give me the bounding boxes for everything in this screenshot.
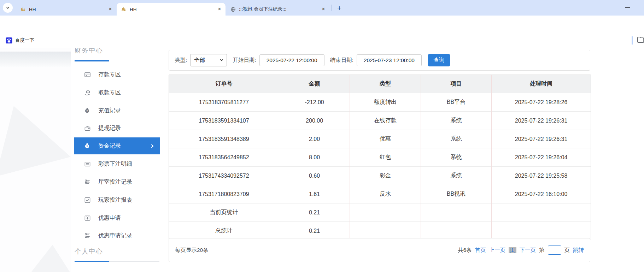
current-page-indicator[interactable]: [1] bbox=[509, 247, 516, 253]
minimize-icon bbox=[625, 7, 630, 8]
prev-page-link[interactable]: 上一页 bbox=[489, 247, 506, 254]
sidebar-item-promo-apply-records[interactable]: 优惠申请记录 bbox=[74, 227, 160, 244]
sidebar-item-label: 优惠申请 bbox=[98, 214, 121, 222]
tab-divider bbox=[332, 5, 332, 11]
chevron-right-icon bbox=[148, 144, 156, 148]
column-header: 订单号 bbox=[169, 75, 279, 93]
bookmark-baidu[interactable]: 百度一下 bbox=[4, 36, 36, 45]
table-cell: BB视讯 bbox=[421, 185, 491, 203]
table-cell: 8.00 bbox=[279, 148, 350, 167]
table-cell bbox=[350, 222, 421, 240]
column-header: 处理时间 bbox=[492, 75, 591, 93]
column-header: 项目 bbox=[421, 75, 491, 93]
table-cell: 2025-07-22 16:10:00 bbox=[492, 185, 591, 203]
table-cell: 系统 bbox=[421, 130, 491, 148]
sidebar-section-finance-title: 财务中心 bbox=[75, 48, 103, 55]
minimize-button[interactable] bbox=[619, 3, 636, 13]
table-cell: 1753183564249852 bbox=[169, 148, 279, 167]
chevron-down-icon bbox=[219, 58, 224, 62]
decor-band bbox=[0, 52, 71, 67]
sidebar-item-lottery-bet-details[interactable]: 彩票下注明细 bbox=[74, 155, 160, 172]
tab-hh-2[interactable]: HH× bbox=[117, 3, 226, 16]
sidebar-item-deposit-zone[interactable]: 存款专区 bbox=[74, 66, 160, 83]
start-date-input[interactable] bbox=[259, 54, 324, 66]
sidebar-item-player-bet-report[interactable]: 玩家投注报表 bbox=[74, 191, 160, 208]
tab-video-records[interactable]: :::视讯 会员下注纪录:::× bbox=[226, 3, 329, 16]
end-date-label: 结束日期: bbox=[330, 57, 353, 64]
table-cell: 1753183591348389 bbox=[169, 130, 279, 148]
type-select[interactable]: 全部 bbox=[190, 54, 227, 66]
table-cell: 总统计 bbox=[169, 222, 279, 240]
bookmarks-divider bbox=[632, 36, 633, 45]
sidebar-item-label: 提现记录 bbox=[98, 125, 121, 132]
browser-window: HH×HH×:::视讯 会员下注纪录:::× + bbox=[0, 0, 644, 272]
table-cell: 0.21 bbox=[279, 203, 350, 222]
globe-icon bbox=[230, 7, 236, 12]
tab-close-icon[interactable]: × bbox=[107, 6, 113, 12]
sidebar-item-withdraw-zone[interactable]: 取款专区 bbox=[74, 84, 160, 101]
page-content: 财务中心 存款专区取款专区¥充值记录提现记录¥资金记录彩票下注明细厅室投注记录玩… bbox=[0, 48, 644, 272]
tab-title: HH bbox=[29, 7, 104, 12]
table-cell: 红包 bbox=[350, 148, 421, 167]
table-cell: 2025-07-22 19:28:26 bbox=[492, 93, 591, 112]
table-cell: 2.00 bbox=[279, 130, 350, 148]
table-cell: 0.60 bbox=[279, 167, 350, 185]
sidebar-item-hall-bet-records[interactable]: 厅室投注记录 bbox=[74, 173, 160, 190]
table-cell: 2025-07-22 19:26:31 bbox=[492, 112, 591, 130]
sidebar-item-promo-apply[interactable]: 优惠申请 bbox=[74, 209, 160, 226]
pagination-controls: 共6条 首页 上一页 [1] 下一页 第 页 跳转 bbox=[458, 246, 584, 255]
jump-button[interactable]: 跳转 bbox=[573, 247, 584, 254]
wallet-icon bbox=[84, 125, 91, 132]
ticket-list-icon bbox=[84, 161, 91, 167]
bookmarks-folder-icon[interactable] bbox=[637, 36, 644, 44]
table-cell bbox=[421, 203, 491, 222]
jump-page-input[interactable] bbox=[548, 246, 561, 255]
summary-row: 当前页统计0.21 bbox=[169, 203, 591, 222]
tab-title: :::视讯 会员下注纪录::: bbox=[239, 6, 317, 12]
table-cell: 0.21 bbox=[279, 222, 350, 240]
table-cell: 2025-07-22 19:25:58 bbox=[492, 167, 591, 185]
first-page-link[interactable]: 首页 bbox=[475, 247, 486, 254]
tab-hh-1[interactable]: HH× bbox=[16, 3, 116, 16]
table-cell bbox=[350, 203, 421, 222]
sidebar-item-recharge-records[interactable]: ¥充值记录 bbox=[74, 102, 160, 119]
sidebar-item-label: 存款专区 bbox=[98, 71, 121, 78]
table-header-row: 订单号金额类型项目处理时间 bbox=[169, 75, 591, 93]
table-cell: BB平台 bbox=[421, 93, 491, 112]
table-cell: 系统 bbox=[421, 112, 491, 130]
table-cell: 1753174334092572 bbox=[169, 167, 279, 185]
table-cell: 反水 bbox=[350, 185, 421, 203]
table-cell: 系统 bbox=[421, 148, 491, 167]
sidebar-item-withdraw-records[interactable]: 提现记录 bbox=[74, 120, 160, 137]
decor-triangle bbox=[0, 106, 71, 177]
table-row: 17531743340925720.60彩金系统2025-07-22 19:25… bbox=[169, 167, 591, 185]
promo-icon bbox=[84, 215, 91, 221]
column-header: 金额 bbox=[279, 75, 350, 93]
tab-search-button[interactable] bbox=[3, 3, 13, 13]
table-cell: 1753171800823709 bbox=[169, 185, 279, 203]
table-cell: -212.00 bbox=[279, 93, 350, 112]
table-row: 17531835642498528.00红包系统2025-07-22 19:26… bbox=[169, 148, 591, 167]
table-cell: 1753183591334107 bbox=[169, 112, 279, 130]
table-cell: 彩金 bbox=[350, 167, 421, 185]
sidebar-section-personal-title: 个人中心 bbox=[75, 247, 103, 256]
section-underline bbox=[75, 60, 109, 61]
start-date-label: 开始日期: bbox=[233, 57, 256, 64]
tab-close-icon[interactable]: × bbox=[216, 6, 223, 12]
sidebar-item-funds-records[interactable]: ¥资金记录 bbox=[74, 137, 160, 154]
table-cell: 200.00 bbox=[279, 112, 350, 130]
sidebar: 财务中心 存款专区取款专区¥充值记录提现记录¥资金记录彩票下注明细厅室投注记录玩… bbox=[71, 48, 161, 272]
funds-table: 订单号金额类型项目处理时间 1753183705811277-212.00额度转… bbox=[169, 75, 591, 240]
end-date-input[interactable] bbox=[357, 54, 422, 66]
sidebar-item-label: 取款专区 bbox=[98, 89, 121, 96]
table-cell bbox=[421, 222, 491, 240]
table-row: 1753183591334107200.00在线存款系统2025-07-22 1… bbox=[169, 112, 591, 130]
table-row: 17531835913483892.00优惠系统2025-07-22 19:26… bbox=[169, 130, 591, 148]
table-row: 1753183705811277-212.00额度转出BB平台2025-07-2… bbox=[169, 93, 591, 112]
new-tab-button[interactable]: + bbox=[334, 3, 344, 13]
next-page-link[interactable]: 下一页 bbox=[520, 247, 536, 254]
sidebar-item-label: 资金记录 bbox=[98, 142, 121, 150]
tab-close-icon[interactable]: × bbox=[320, 6, 327, 12]
moneybag-icon: ¥ bbox=[84, 107, 91, 114]
search-button[interactable]: 查询 bbox=[428, 54, 450, 66]
